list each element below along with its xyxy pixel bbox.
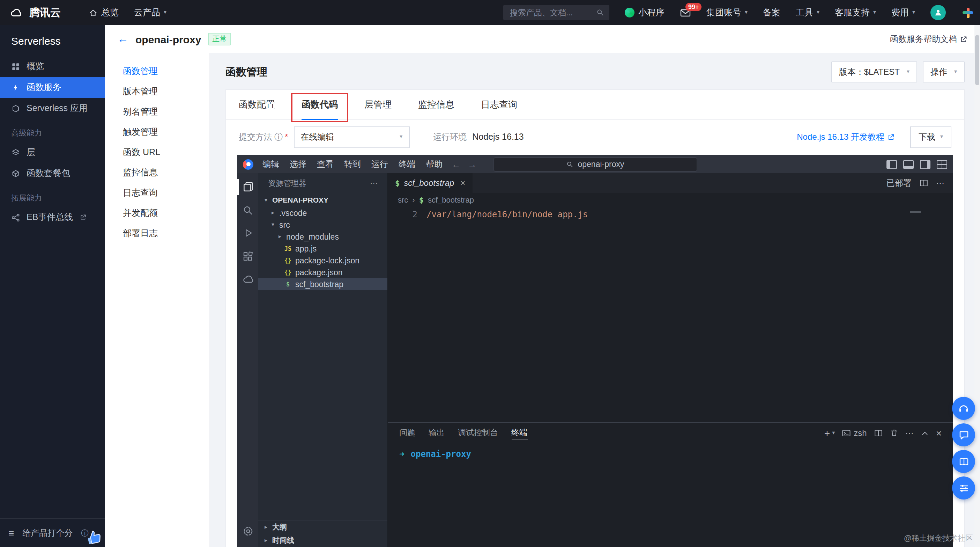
- nav-overview[interactable]: 总览: [89, 6, 119, 19]
- tab-function-config[interactable]: 函数配置: [239, 90, 275, 120]
- panel-tab-problems[interactable]: 问题: [399, 423, 415, 443]
- rate-product-link[interactable]: 给产品打个分: [22, 527, 73, 539]
- tab-monitoring[interactable]: 监控信息: [418, 90, 454, 120]
- close-tab-icon[interactable]: ×: [460, 178, 465, 188]
- activity-explorer-icon[interactable]: [237, 175, 258, 198]
- sidebar-item-function-package[interactable]: 函数套餐包: [0, 163, 105, 184]
- tree-folder-vscode[interactable]: ▸ .vscode: [258, 207, 387, 218]
- tree-file-app-js[interactable]: JS app.js: [258, 242, 387, 254]
- breadcrumb[interactable]: src › $ scf_bootstrap: [388, 193, 953, 207]
- new-terminal-button[interactable]: + ▾: [824, 427, 835, 439]
- menu-view[interactable]: 查看: [317, 158, 334, 170]
- submit-method-select[interactable]: 在线编辑 ▾: [294, 126, 409, 148]
- nav-tools[interactable]: 工具 ▾: [796, 6, 819, 19]
- toggle-panel-icon[interactable]: [903, 159, 914, 169]
- activity-run-debug-icon[interactable]: [237, 222, 258, 244]
- secnav-function-url[interactable]: 函数 URL: [105, 142, 209, 163]
- split-terminal-icon[interactable]: [874, 429, 883, 437]
- menu-edit[interactable]: 编辑: [262, 158, 279, 170]
- settings-gear-icon[interactable]: [237, 520, 258, 543]
- version-select[interactable]: 版本：$LATEST ▾: [831, 62, 917, 83]
- secnav-version-management[interactable]: 版本管理: [105, 82, 209, 102]
- tree-root-openai-proxy[interactable]: ▾ OPENAI-PROXY: [258, 193, 387, 207]
- activity-search-icon[interactable]: [237, 198, 258, 222]
- customize-layout-icon[interactable]: [937, 159, 947, 169]
- sidebar-item-layer[interactable]: 层: [0, 142, 105, 163]
- menu-run[interactable]: 运行: [371, 158, 388, 170]
- menu-terminal[interactable]: 终端: [399, 158, 415, 170]
- timeline-section[interactable]: ▸ 时间线: [258, 534, 387, 547]
- sidebar-item-function-service[interactable]: 函数服务: [0, 77, 105, 98]
- toggle-sidebar-icon[interactable]: [886, 159, 897, 169]
- terminal-output[interactable]: ➜ openai-proxy: [388, 443, 953, 547]
- nav-messages[interactable]: 99+: [680, 8, 691, 17]
- support-bot-button[interactable]: [952, 397, 975, 420]
- user-avatar[interactable]: [931, 5, 946, 20]
- nav-group-account[interactable]: 集团账号 ▾: [706, 6, 748, 19]
- feedback-button[interactable]: [952, 423, 975, 447]
- terminal-profile-zsh[interactable]: zsh: [842, 428, 867, 438]
- nav-beian[interactable]: 备案: [763, 6, 780, 19]
- sidebar-item-serverless-app[interactable]: Serverless 应用: [0, 98, 105, 119]
- activity-cloud-icon[interactable]: [237, 268, 258, 290]
- code-editor[interactable]: 2 /var/lang/node16/bin/node app.js: [388, 207, 953, 422]
- help-doc-link[interactable]: 函数服务帮助文档: [890, 33, 967, 45]
- secnav-deploy-log[interactable]: 部署日志: [105, 223, 209, 244]
- docs-button[interactable]: [952, 450, 975, 473]
- panel-more-icon[interactable]: ⋯: [905, 428, 914, 438]
- secnav-concurrency-quota[interactable]: 并发配额: [105, 203, 209, 223]
- tab-log-query[interactable]: 日志查询: [481, 90, 517, 120]
- tree-folder-src[interactable]: ▾ src: [258, 218, 387, 231]
- tab-layer-management[interactable]: 层管理: [364, 90, 391, 120]
- menu-goto[interactable]: 转到: [344, 158, 361, 170]
- secnav-trigger-management[interactable]: 触发管理: [105, 122, 209, 142]
- tree-file-package-json[interactable]: {} package.json: [258, 266, 387, 278]
- secnav-log-query[interactable]: 日志查询: [105, 183, 209, 203]
- outline-section[interactable]: ▸ 大纲: [258, 520, 387, 534]
- close-panel-icon[interactable]: ×: [936, 427, 942, 439]
- kill-terminal-trash-icon[interactable]: [890, 428, 898, 437]
- editor-more-icon[interactable]: ⋯: [936, 178, 944, 188]
- toggle-secondary-sidebar-icon[interactable]: [920, 159, 931, 169]
- tree-file-scf-bootstrap[interactable]: $ scf_bootstrap: [258, 278, 387, 290]
- panel-tab-output[interactable]: 输出: [429, 423, 445, 443]
- survey-button[interactable]: [952, 477, 975, 499]
- secnav-monitoring[interactable]: 监控信息: [105, 163, 209, 183]
- sidebar-item-overview[interactable]: 概览: [0, 56, 105, 77]
- chevron-down-icon: ▾: [745, 10, 748, 15]
- tree-folder-node-modules[interactable]: ▸ node_modules: [258, 231, 387, 242]
- history-back-icon[interactable]: ←: [452, 159, 461, 169]
- page-scrollbar[interactable]: [974, 25, 980, 547]
- menu-help[interactable]: 帮助: [426, 158, 442, 170]
- nav-billing[interactable]: 费用 ▾: [891, 6, 915, 19]
- nav-cloud-products[interactable]: 云产品 ▾: [134, 6, 167, 19]
- tab-function-code[interactable]: 函数代码: [302, 90, 338, 120]
- scrollbar-thumb[interactable]: [975, 35, 979, 85]
- explorer-more-icon[interactable]: ⋯: [370, 179, 378, 188]
- split-editor-icon[interactable]: [919, 179, 928, 187]
- nav-support[interactable]: 客服支持 ▾: [835, 6, 876, 19]
- download-button[interactable]: 下载 ▾: [910, 126, 951, 148]
- global-search[interactable]: [504, 5, 610, 20]
- editor-tab-scf-bootstrap[interactable]: $ scf_bootstrap ×: [388, 173, 472, 193]
- collapse-sidebar-icon[interactable]: ≡: [8, 528, 14, 539]
- secnav-alias-management[interactable]: 别名管理: [105, 102, 209, 122]
- nav-miniapp[interactable]: 小程序: [625, 6, 665, 19]
- panel-tab-terminal[interactable]: 终端: [511, 423, 527, 443]
- nodejs-tutorial-link[interactable]: Node.js 16.13 开发教程: [797, 131, 895, 143]
- secnav-function-management[interactable]: 函数管理: [105, 62, 209, 82]
- action-dropdown-button[interactable]: 操作 ▾: [923, 62, 965, 83]
- maximize-panel-icon[interactable]: [921, 429, 929, 436]
- search-input[interactable]: [509, 8, 592, 18]
- menu-selection[interactable]: 选择: [290, 158, 306, 170]
- back-arrow-icon[interactable]: ←: [117, 33, 129, 45]
- tencent-cloud-logo[interactable]: 腾讯云: [10, 6, 61, 19]
- cloud-studio-logo[interactable]: [243, 159, 253, 169]
- history-forward-icon[interactable]: →: [468, 159, 477, 169]
- activity-extensions-icon[interactable]: [237, 244, 258, 268]
- ide-menubar: 编辑 选择 查看 转到 运行 终端 帮助: [262, 158, 442, 170]
- sidebar-item-eb-eventbus[interactable]: EB事件总线: [0, 207, 105, 228]
- tree-file-package-lock-json[interactable]: {} package-lock.json: [258, 254, 387, 266]
- ide-command-center[interactable]: openai-proxy: [493, 157, 697, 172]
- panel-tab-debug-console[interactable]: 调试控制台: [458, 423, 498, 443]
